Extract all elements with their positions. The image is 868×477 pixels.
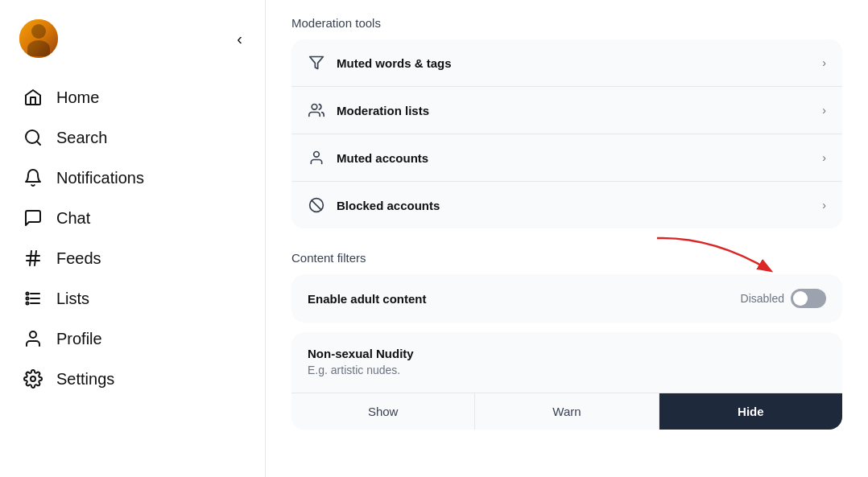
nudity-card: Non-sexual Nudity E.g. artistic nudes. S… [291,332,842,430]
nudity-show-button[interactable]: Show [291,393,475,430]
sidebar-item-settings[interactable]: Settings [10,359,255,399]
sidebar-item-lists[interactable]: Lists [10,278,255,319]
blocked-accounts-icon [308,196,325,214]
svg-marker-13 [310,57,324,69]
adult-content-right: Disabled [741,289,826,308]
svg-point-5 [27,293,29,295]
adult-content-container: Enable adult content Disabled [291,274,842,323]
nudity-sub: E.g. artistic nudes. [308,364,826,376]
sidebar-item-lists-label: Lists [56,290,89,308]
muted-accounts-chevron: › [822,151,826,164]
muted-accounts-label: Muted accounts [337,151,428,165]
nudity-hide-button[interactable]: Hide [659,393,842,430]
bell-icon [23,167,43,188]
blocked-accounts-left: Blocked accounts [308,196,440,214]
moderation-lists-chevron: › [822,104,826,117]
svg-point-15 [314,152,320,158]
svg-line-4 [35,251,36,265]
hash-icon [23,248,43,269]
sidebar-item-notifications[interactable]: Notifications [10,158,255,198]
avatar[interactable] [19,19,58,58]
nudity-buttons: Show Warn Hide [291,393,842,430]
svg-point-12 [31,376,35,381]
sidebar-item-settings-label: Settings [56,370,114,389]
svg-point-7 [27,302,29,305]
svg-line-3 [30,251,31,265]
moderation-lists-item[interactable]: Moderation lists › [291,87,842,134]
sidebar-item-home-label: Home [56,88,99,107]
muted-accounts-icon [308,149,325,167]
adult-content-label: Enable adult content [308,292,427,306]
muted-words-label: Muted words & tags [337,56,452,70]
muted-words-item[interactable]: Muted words & tags › [291,39,842,87]
svg-point-14 [312,105,317,110]
lists-icon [23,288,43,309]
filter-icon [308,54,325,72]
sidebar-item-chat[interactable]: Chat [10,198,255,238]
search-icon [23,127,43,148]
nudity-warn-button[interactable]: Warn [475,393,659,430]
blocked-accounts-label: Blocked accounts [337,199,440,212]
moderation-lists-left: Moderation lists [308,101,429,119]
blocked-accounts-item[interactable]: Blocked accounts › [291,182,842,228]
adult-content-row: Enable adult content Disabled [291,274,842,323]
sidebar-item-feeds-label: Feeds [56,249,101,268]
chat-icon [23,208,43,228]
svg-point-6 [27,298,29,300]
svg-line-17 [312,200,321,210]
sidebar: ‹ Home Search [0,0,266,477]
muted-accounts-left: Muted accounts [308,149,428,167]
main-content: Moderation tools Muted words & tags › [266,0,868,477]
sidebar-item-search-label: Search [56,129,107,147]
moderation-lists-icon [308,101,325,119]
nudity-header: Non-sexual Nudity E.g. artistic nudes. [291,332,842,383]
sidebar-item-feeds[interactable]: Feeds [10,238,255,278]
person-icon [23,328,43,349]
muted-words-chevron: › [822,56,826,69]
avatar-area: ‹ [10,13,255,77]
content-filters-title: Content filters [291,251,842,265]
adult-content-toggle[interactable] [791,289,826,308]
moderation-section-title: Moderation tools [291,16,842,30]
sidebar-item-home[interactable]: Home [10,77,255,117]
sidebar-item-chat-label: Chat [56,209,90,228]
nudity-title: Non-sexual Nudity [308,347,826,360]
back-button[interactable]: ‹ [234,27,246,51]
toggle-slider [791,289,826,308]
moderation-card: Muted words & tags › Moderation lists › [291,39,842,228]
home-icon [23,87,43,108]
moderation-lists-label: Moderation lists [337,104,429,117]
muted-words-left: Muted words & tags [308,54,452,72]
gear-icon [23,368,43,389]
sidebar-item-notifications-label: Notifications [56,169,144,187]
sidebar-item-search[interactable]: Search [10,117,255,158]
svg-point-11 [30,331,36,338]
nav: Home Search Notifications [10,77,255,399]
blocked-accounts-chevron: › [822,199,826,212]
muted-accounts-item[interactable]: Muted accounts › [291,134,842,182]
sidebar-item-profile[interactable]: Profile [10,319,255,359]
sidebar-item-profile-label: Profile [56,330,102,348]
adult-content-status: Disabled [741,292,784,305]
